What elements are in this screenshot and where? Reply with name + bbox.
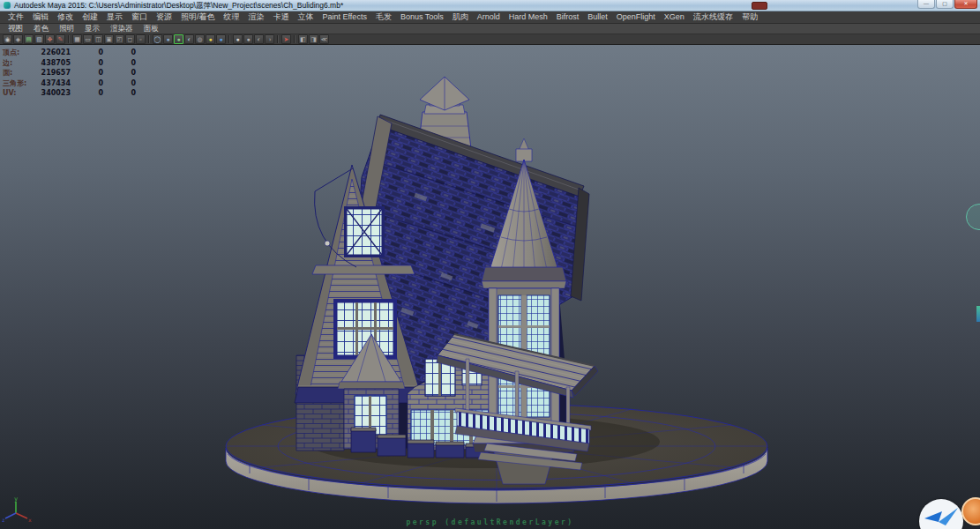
region-icon[interactable]: ◰	[115, 34, 124, 44]
toolbar-separator	[148, 35, 150, 43]
hud-value: 0	[103, 58, 136, 69]
film-gate-icon[interactable]: ▭	[83, 34, 93, 44]
maya-app-icon	[4, 2, 11, 9]
gate-mask-icon[interactable]: ▣	[104, 34, 114, 44]
menu-item-5[interactable]: 窗口	[127, 11, 152, 23]
default-material-icon[interactable]: ●	[206, 34, 215, 44]
menu-item-4[interactable]: 显示	[102, 11, 127, 23]
hud-value: 0	[71, 58, 103, 69]
camera-label: persp (defaultRenderLayer)	[0, 518, 980, 526]
xray-joints-icon[interactable]: ◨	[309, 34, 318, 44]
menu-item-11[interactable]: 立体	[294, 11, 318, 23]
panel-menu-item-5[interactable]: 面板	[138, 24, 164, 34]
menu-item-0[interactable]: 文件	[4, 11, 28, 23]
grease-pencil-icon[interactable]: ✎	[56, 34, 65, 44]
menu-item-19[interactable]: Bullet	[583, 11, 612, 23]
close-button[interactable]: ✕	[954, 0, 977, 9]
menu-item-17[interactable]: Hard Mesh	[505, 11, 552, 23]
default-light-icon[interactable]: ●	[243, 34, 253, 44]
maya-window: Autodesk Maya 2015: C:\Users\Administrat…	[0, 0, 980, 529]
menu-item-21[interactable]: XGen	[660, 11, 689, 23]
hud-label: 面:	[3, 68, 38, 78]
hud-value: 340023	[38, 88, 71, 99]
hud-value: 0	[103, 48, 136, 58]
panel-menu-item-3[interactable]: 显示	[79, 24, 105, 34]
minimize-button[interactable]: —	[917, 0, 935, 9]
menu-item-6[interactable]: 资源	[152, 11, 176, 23]
edge-widget-sliver	[976, 306, 980, 322]
house-model[interactable]	[295, 77, 598, 484]
menu-item-15[interactable]: 肌肉	[448, 11, 473, 23]
panel-menu-item-1[interactable]: 着色	[28, 24, 54, 34]
lock-camera-icon[interactable]: ◈	[13, 34, 23, 44]
select-camera-icon[interactable]: ◉	[3, 34, 12, 44]
menu-item-16[interactable]: Arnold	[473, 11, 505, 23]
menu-item-10[interactable]: 卡通	[269, 11, 294, 23]
scene-3d-model	[0, 45, 980, 529]
menu-item-3[interactable]: 创建	[78, 11, 102, 23]
two-d-pan-zoom-icon[interactable]: ✥	[45, 34, 55, 44]
menu-item-2[interactable]: 修改	[53, 11, 78, 23]
viewport[interactable]: 顶点:22602100边:43870500面:21965700三角形:43743…	[0, 45, 980, 529]
share-view-icon[interactable]: ≪	[319, 34, 329, 44]
floating-widget-logo-icon[interactable]	[919, 499, 963, 529]
isolate-select-icon[interactable]: ➤	[281, 34, 291, 44]
textured-lights-icon[interactable]: ◐	[184, 34, 194, 44]
safe-title-icon[interactable]: ▫	[136, 34, 146, 44]
menu-item-8[interactable]: 纹理	[220, 11, 244, 23]
flat-light-icon[interactable]: ◐	[254, 34, 264, 44]
window-title: Autodesk Maya 2015: C:\Users\Administrat…	[14, 1, 343, 11]
menu-item-9[interactable]: 渲染	[244, 11, 269, 23]
no-light-icon[interactable]: ◑	[265, 34, 274, 44]
hud-value: 0	[103, 78, 136, 89]
hud-value: 219657	[38, 68, 71, 78]
menu-item-7[interactable]: 照明/着色	[176, 11, 220, 23]
toolbar-separator	[68, 35, 70, 43]
menu-item-1[interactable]: 编辑	[28, 11, 53, 23]
titlebar: Autodesk Maya 2015: C:\Users\Administrat…	[0, 0, 980, 11]
window-controls: —▢✕	[917, 0, 977, 9]
hud-label: 顶点:	[3, 48, 38, 58]
hud-row: 三角形:43743400	[3, 78, 136, 89]
toolbar-separator	[294, 35, 295, 43]
maximize-button[interactable]: ▢	[936, 0, 954, 9]
all-lights-icon[interactable]: ●	[233, 34, 243, 44]
panel-menu-item-2[interactable]: 照明	[54, 24, 79, 34]
grid-icon[interactable]: ▦	[72, 34, 82, 44]
panel-menu-item-4[interactable]: 渲染器	[105, 24, 138, 34]
menu-item-18[interactable]: Bifrost	[552, 11, 584, 23]
hud-value: 0	[103, 88, 136, 99]
menu-item-13[interactable]: 毛发	[371, 11, 396, 23]
hud-label: 三角形:	[3, 78, 38, 89]
poly-count-hud: 顶点:22602100边:43870500面:21965700三角形:43743…	[3, 48, 136, 99]
resolution-gate-icon[interactable]: ◫	[94, 34, 103, 44]
main-menubar: 文件编辑修改创建显示窗口资源照明/着色纹理渲染卡通立体Paint Effects…	[0, 11, 980, 24]
bookmark-icon[interactable]: ▤	[24, 34, 34, 44]
shaded-display-icon[interactable]: ●	[163, 34, 173, 44]
menu-item-14[interactable]: Bonus Tools	[396, 11, 448, 23]
image-plane-icon[interactable]: ▧	[34, 34, 44, 44]
hud-value: 438705	[38, 58, 71, 69]
hud-value: 437434	[38, 78, 71, 89]
textured-display-icon[interactable]: ●	[174, 34, 183, 44]
xray-display-icon[interactable]: ◧	[298, 34, 308, 44]
hud-value: 0	[103, 68, 136, 78]
plain-material-icon[interactable]: ●	[216, 34, 226, 44]
wireframe-display-icon[interactable]: ◯	[153, 34, 162, 44]
panel-menubar: 视图着色照明显示渲染器面板	[0, 24, 980, 34]
transparency-icon[interactable]: ◍	[195, 34, 205, 44]
hud-value: 0	[71, 68, 103, 78]
icon-toolbar: ◉◈▤▧✥✎▦▭◫▣◰◻▫◯●●◐◍●●●●◐◑➤◧◨≪	[0, 34, 980, 45]
safe-action-icon[interactable]: ◻	[125, 34, 135, 44]
menu-item-22[interactable]: 流水线缓存	[689, 11, 737, 23]
hud-row: 顶点:22602100	[3, 48, 136, 58]
menu-item-20[interactable]: OpenFlight	[612, 11, 660, 23]
hud-row: UV:34002300	[3, 88, 136, 99]
menu-item-23[interactable]: 帮助	[737, 11, 762, 23]
panel-menu-item-0[interactable]: 视图	[3, 24, 28, 34]
menu-item-12[interactable]: Paint Effects	[318, 11, 371, 23]
toolbar-separator	[277, 35, 279, 43]
toolbar-separator	[228, 35, 230, 43]
hud-label: 边:	[3, 58, 38, 69]
hud-value: 0	[71, 88, 103, 99]
